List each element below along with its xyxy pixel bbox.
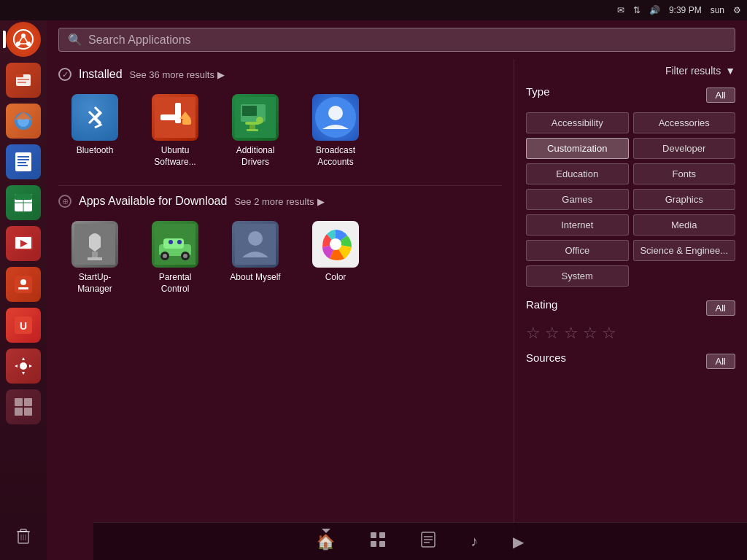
svg-rect-72 [371, 541, 376, 547]
topbar: ✉ ⇅ 🔊 9:39 PM sun ⚙ [0, 0, 747, 20]
svg-point-69 [330, 238, 341, 250]
app-additional-drivers[interactable]: Additional Drivers [219, 88, 292, 174]
nav-files-icon[interactable] [418, 529, 438, 554]
sidebar-item-ubuntu-one[interactable]: U [6, 308, 41, 343]
sidebar-item-files[interactable] [6, 63, 41, 98]
color-icon [312, 221, 359, 268]
nav-video-icon[interactable]: ▶ [510, 530, 527, 553]
filter-panel: Filter results ▼ Type All Accessibility … [514, 59, 747, 558]
svg-rect-27 [18, 287, 28, 289]
svg-point-66 [177, 240, 182, 244]
ubuntu-software-label: Ubuntu Software... [144, 145, 206, 168]
filter-fonts[interactable]: Fonts [633, 163, 736, 184]
svg-line-4 [18, 36, 23, 44]
svg-point-64 [183, 254, 187, 258]
filter-office[interactable]: Office [526, 240, 629, 261]
volume-icon[interactable]: 🔊 [649, 5, 660, 15]
app-ubuntu-software[interactable]: Ubuntu Software... [139, 88, 212, 174]
additional-drivers-icon [232, 94, 279, 141]
installed-check-icon: ✓ [58, 68, 71, 81]
broadcast-accounts-icon [312, 94, 359, 141]
filter-customization[interactable]: Customization [526, 138, 629, 159]
section-divider [58, 185, 502, 186]
startup-manager-icon [71, 221, 118, 268]
svg-point-54 [328, 106, 343, 120]
svg-rect-16 [18, 162, 26, 163]
filter-developer[interactable]: Developer [633, 138, 736, 159]
svg-rect-52 [247, 129, 258, 131]
available-more[interactable]: See 2 more results ▶ [234, 196, 324, 207]
app-startup-manager[interactable]: StartUp-Manager [58, 215, 131, 300]
filter-graphics[interactable]: Graphics [633, 189, 736, 210]
filter-internet[interactable]: Internet [526, 214, 629, 236]
startup-manager-label: StartUp-Manager [64, 272, 125, 295]
sidebar: U [0, 0, 47, 560]
star-3[interactable]: ☆ [564, 324, 578, 343]
app-parental-control[interactable]: Parental Control [139, 215, 212, 300]
app-about-myself[interactable]: About Myself [219, 215, 292, 300]
sidebar-item-impress[interactable] [6, 226, 41, 261]
svg-point-0 [14, 30, 33, 49]
filter-accessibility[interactable]: Accessibility [526, 112, 629, 133]
about-myself-icon [232, 221, 279, 268]
sidebar-item-settings[interactable] [6, 349, 41, 384]
filter-media[interactable]: Media [633, 214, 736, 236]
nav-music-icon[interactable]: ♪ [468, 530, 481, 553]
type-all-button[interactable]: All [706, 88, 735, 103]
rating-label: Rating [526, 298, 557, 311]
ubuntu-software-icon [152, 94, 198, 141]
filter-education[interactable]: Education [526, 163, 629, 184]
installed-apps-grid: Bluetooth Ubuntu Software... [58, 88, 502, 174]
nav-indicator [322, 529, 330, 533]
filter-header[interactable]: Filter results ▼ [526, 65, 735, 77]
svg-rect-17 [18, 165, 28, 166]
svg-rect-14 [18, 156, 29, 158]
settings-icon[interactable]: ⚙ [733, 5, 741, 15]
svg-rect-50 [245, 122, 260, 125]
svg-point-68 [248, 231, 263, 246]
sidebar-item-calc[interactable] [6, 185, 41, 220]
app-bluetooth[interactable]: Bluetooth [58, 88, 131, 174]
star-4[interactable]: ☆ [583, 324, 597, 343]
star-2[interactable]: ☆ [545, 324, 560, 343]
star-1[interactable]: ☆ [526, 324, 541, 343]
user-display: sun [711, 5, 724, 15]
star-5[interactable]: ☆ [602, 324, 616, 343]
filter-system[interactable]: System [526, 265, 629, 287]
filter-science[interactable]: Science & Enginee... [633, 240, 736, 261]
sidebar-item-trash[interactable] [6, 518, 41, 553]
svg-point-26 [20, 279, 26, 285]
search-bar[interactable]: 🔍 [58, 28, 735, 52]
svg-rect-15 [18, 159, 29, 160]
installed-more[interactable]: See 36 more results ▶ [130, 69, 225, 80]
svg-point-62 [163, 254, 167, 258]
nav-apps-icon[interactable] [367, 529, 389, 554]
svg-rect-10 [18, 82, 26, 83]
rating-all-button[interactable]: All [706, 300, 735, 316]
filter-accessories[interactable]: Accessories [633, 112, 736, 133]
svg-rect-31 [15, 398, 23, 406]
time-display: 9:39 PM [669, 5, 702, 15]
svg-point-65 [169, 240, 173, 244]
app-color[interactable]: Color [299, 215, 372, 300]
sidebar-item-workspaces[interactable] [6, 389, 41, 424]
svg-rect-71 [379, 532, 385, 538]
svg-rect-43 [175, 103, 181, 123]
installed-section-header: ✓ Installed See 36 more results ▶ [58, 68, 502, 81]
filter-games[interactable]: Games [526, 189, 629, 210]
svg-rect-8 [16, 74, 23, 77]
filter-results-label: Filter results [665, 65, 721, 77]
search-input[interactable] [88, 34, 726, 47]
bluetooth-icon [71, 94, 118, 141]
available-title: Apps Available for Download [79, 195, 227, 208]
nav-home-icon[interactable]: 🏠 [314, 531, 338, 553]
sidebar-item-writer[interactable] [6, 144, 41, 179]
email-icon[interactable]: ✉ [617, 5, 624, 15]
sync-icon[interactable]: ⇅ [633, 5, 640, 15]
sidebar-item-firefox[interactable] [6, 104, 41, 139]
app-broadcast-accounts[interactable]: Broadcast Accounts [299, 88, 372, 174]
sidebar-item-home[interactable] [6, 22, 41, 57]
bluetooth-label: Bluetooth [77, 145, 114, 157]
sidebar-item-software[interactable] [6, 267, 41, 302]
sources-all-button[interactable]: All [706, 354, 735, 369]
